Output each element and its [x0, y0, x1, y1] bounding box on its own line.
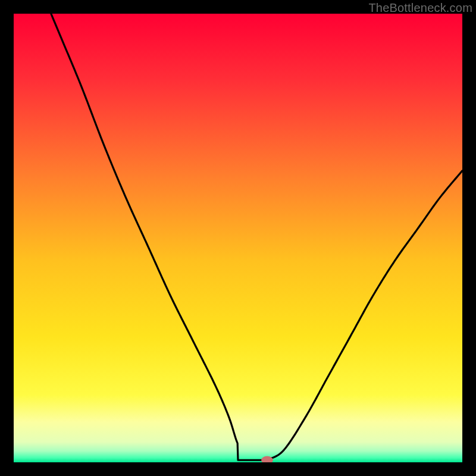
watermark-text: TheBottleneck.com — [368, 1, 472, 15]
plot-area — [14, 14, 462, 462]
chart-container: TheBottleneck.com — [0, 0, 476, 476]
chart-svg — [14, 14, 462, 462]
gradient-background — [14, 14, 462, 462]
